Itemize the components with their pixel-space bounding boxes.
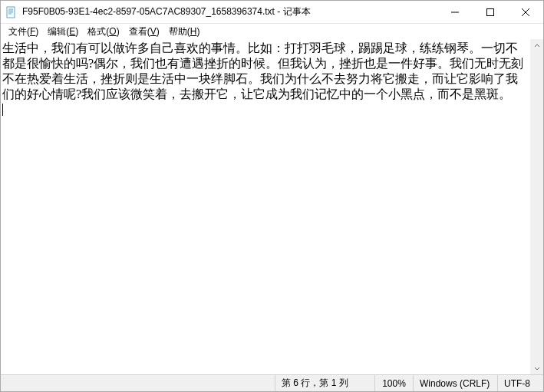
close-button[interactable] (508, 1, 543, 24)
editor-text[interactable]: 生活中，我们有可以做许多自己喜欢的事情。比如：打打羽毛球，踢踢足球，练练钢琴。一… (2, 41, 529, 117)
text-caret (2, 104, 3, 116)
menu-edit[interactable]: 编辑(E) (43, 25, 83, 39)
editor-content: 生活中，我们有可以做许多自己喜欢的事情。比如：打打羽毛球，踢踢足球，练练钢琴。一… (2, 41, 523, 100)
editor-area[interactable]: 生活中，我们有可以做许多自己喜欢的事情。比如：打打羽毛球，踢踢足球，练练钢琴。一… (1, 39, 543, 374)
menu-format[interactable]: 格式(O) (83, 25, 124, 39)
minimize-icon (451, 8, 459, 16)
notepad-window: F95F0B05-93E1-4ec2-8597-05AC7AC89307_165… (0, 0, 544, 392)
scroll-down-button[interactable] (530, 361, 543, 374)
status-encoding: UTF-8 (497, 375, 543, 391)
menu-help[interactable]: 帮助(H) (164, 25, 205, 39)
scroll-track[interactable] (530, 52, 543, 361)
scroll-up-button[interactable] (530, 39, 543, 52)
statusbar: 第 6 行，第 1 列 100% Windows (CRLF) UTF-8 (1, 374, 543, 391)
menubar: 文件(F) 编辑(E) 格式(O) 查看(V) 帮助(H) (1, 24, 543, 39)
menu-view[interactable]: 查看(V) (124, 25, 164, 39)
menu-file[interactable]: 文件(F) (4, 25, 43, 39)
minimize-button[interactable] (437, 1, 473, 24)
status-position: 第 6 行，第 1 列 (275, 375, 374, 391)
chevron-down-icon (534, 365, 540, 371)
maximize-icon (486, 8, 494, 16)
svg-rect-6 (487, 8, 494, 15)
close-icon (522, 8, 529, 16)
maximize-button[interactable] (473, 1, 508, 24)
app-icon (5, 6, 18, 18)
status-zoom: 100% (374, 375, 413, 391)
chevron-up-icon (534, 43, 540, 49)
titlebar: F95F0B05-93E1-4ec2-8597-05AC7AC89307_165… (1, 1, 543, 24)
status-eol: Windows (CRLF) (413, 375, 497, 391)
vertical-scrollbar[interactable] (530, 39, 543, 374)
window-title: F95F0B05-93E1-4ec2-8597-05AC7AC89307_165… (22, 5, 311, 18)
status-spacer (1, 375, 275, 391)
